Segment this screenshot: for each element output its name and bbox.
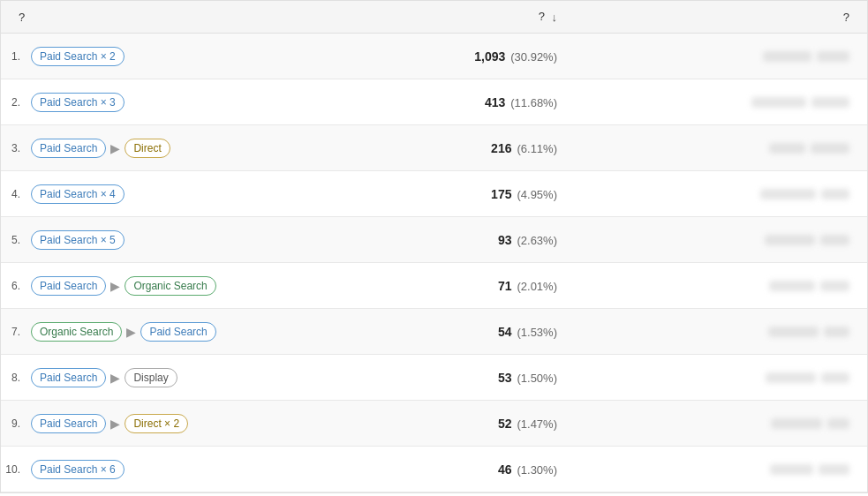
conversion-count: 1,093	[474, 49, 505, 64]
blurred-value-bar	[765, 235, 815, 245]
conversion-percent: (1.53%)	[517, 326, 557, 339]
row-conversions: 54(1.53%)	[328, 325, 584, 339]
header-conversions-col: ? ↓	[328, 10, 584, 24]
row-path: Paid Search▶Direct × 2	[27, 414, 328, 433]
conversion-count: 175	[491, 187, 511, 201]
blurred-value-bar	[769, 281, 815, 291]
row-conversions: 413(11.68%)	[328, 95, 584, 109]
conversion-count: 216	[491, 141, 511, 155]
arrow-separator-icon: ▶	[110, 279, 120, 293]
table-row: 2.Paid Search × 3413(11.68%)	[1, 79, 867, 125]
conversions-help-icon[interactable]: ?	[539, 10, 545, 23]
conversion-count: 46	[498, 462, 512, 477]
channel-tag[interactable]: Display	[125, 368, 177, 387]
row-conversion-value	[584, 97, 867, 108]
conversion-percent: (30.92%)	[510, 50, 557, 64]
row-number: 3.	[1, 142, 27, 154]
channel-tag[interactable]: Paid Search	[31, 368, 106, 387]
table-row: 4.Paid Search × 4175(4.95%)	[1, 171, 867, 217]
conversion-percent: (1.50%)	[517, 372, 557, 385]
blurred-value-bar	[817, 51, 849, 62]
table-row: 1.Paid Search × 21,093(30.92%)	[1, 34, 867, 79]
row-number: 2.	[1, 96, 27, 109]
channel-tag[interactable]: Organic Search	[125, 276, 215, 296]
conversion-percent: (1.47%)	[517, 417, 557, 431]
row-path: Paid Search × 4	[27, 184, 328, 204]
channel-tag[interactable]: Paid Search	[31, 414, 106, 433]
row-path: Paid Search▶Display	[27, 368, 328, 387]
channel-tag[interactable]: Paid Search × 5	[31, 230, 125, 250]
table-row: 9.Paid Search▶Direct × 252(1.47%)	[1, 401, 867, 447]
channel-tag[interactable]: Paid Search × 3	[31, 93, 125, 112]
row-conversions: 93(2.63%)	[328, 233, 584, 247]
row-conversions: 46(1.30%)	[328, 462, 584, 477]
table-row: 10.Paid Search × 646(1.30%)	[1, 447, 867, 492]
channel-tag[interactable]: Paid Search	[31, 139, 106, 158]
blurred-value-bar	[819, 464, 849, 475]
channel-tag[interactable]: Direct	[125, 139, 170, 158]
blurred-value-bar	[820, 281, 849, 291]
row-number: 10.	[1, 463, 27, 476]
header-value-col: ?	[584, 11, 867, 24]
table-row: 7.Organic Search▶Paid Search54(1.53%)	[1, 309, 867, 355]
row-conversion-value	[584, 281, 867, 291]
blurred-value-group	[584, 97, 849, 108]
row-conversions: 175(4.95%)	[328, 187, 584, 201]
row-conversions: 52(1.47%)	[328, 417, 584, 431]
channel-tag[interactable]: Paid Search × 2	[31, 47, 125, 66]
row-path: Paid Search × 2	[27, 47, 328, 66]
conversion-count: 53	[498, 371, 512, 385]
row-conversion-value	[584, 235, 867, 245]
blurred-value-group	[584, 281, 849, 291]
value-help-icon[interactable]: ?	[843, 11, 849, 24]
blurred-value-bar	[770, 464, 813, 475]
blurred-value-bar	[763, 51, 811, 62]
blurred-value-bar	[771, 418, 822, 429]
blurred-value-group	[584, 189, 849, 199]
channel-tag[interactable]: Organic Search	[31, 322, 122, 342]
conversion-count: 54	[498, 325, 512, 339]
channel-tag[interactable]: Paid Search	[140, 322, 215, 342]
row-conversion-value	[584, 51, 867, 62]
blurred-value-group	[584, 51, 849, 62]
blurred-value-group	[584, 372, 849, 383]
blurred-value-bar	[766, 372, 816, 383]
conversion-percent: (6.11%)	[517, 142, 557, 155]
blurred-value-bar	[768, 327, 819, 337]
row-number: 9.	[1, 417, 27, 430]
row-conversion-value	[584, 143, 867, 154]
sort-arrow-icon[interactable]: ↓	[552, 11, 558, 24]
channel-tag[interactable]: Paid Search × 6	[31, 460, 125, 479]
table-row: 5.Paid Search × 593(2.63%)	[1, 217, 867, 263]
blurred-value-bar	[820, 235, 849, 245]
row-conversions: 53(1.50%)	[328, 371, 584, 385]
row-path: Paid Search × 6	[27, 460, 328, 479]
mcf-table: ? ? ↓ ? 1.Paid Search × 21,093(30.92%)2.…	[0, 0, 868, 493]
channel-tag[interactable]: Paid Search × 4	[31, 184, 125, 204]
blurred-value-bar	[811, 97, 849, 108]
blurred-value-bar	[827, 418, 849, 429]
row-path: Paid Search▶Organic Search	[27, 276, 328, 296]
blurred-value-group	[584, 327, 849, 337]
row-conversions: 71(2.01%)	[328, 279, 584, 293]
blurred-value-bar	[760, 189, 816, 199]
blurred-value-bar	[811, 143, 849, 154]
path-help-icon[interactable]: ?	[19, 11, 25, 24]
arrow-separator-icon: ▶	[110, 371, 120, 385]
row-path: Paid Search▶Direct	[27, 139, 328, 158]
blurred-value-bar	[824, 327, 849, 337]
conversion-percent: (4.95%)	[517, 188, 557, 201]
arrow-separator-icon: ▶	[126, 325, 136, 339]
conversion-percent: (2.63%)	[517, 234, 557, 247]
conversion-percent: (1.30%)	[517, 463, 557, 477]
row-number: 6.	[1, 280, 27, 292]
row-path: Paid Search × 5	[27, 230, 328, 250]
table-body: 1.Paid Search × 21,093(30.92%)2.Paid Sea…	[1, 34, 867, 492]
row-number: 7.	[1, 326, 27, 338]
channel-tag[interactable]: Direct × 2	[125, 414, 188, 433]
table-row: 3.Paid Search▶Direct216(6.11%)	[1, 125, 867, 171]
row-conversion-value	[584, 418, 867, 429]
channel-tag[interactable]: Paid Search	[31, 276, 106, 296]
row-conversion-value	[584, 189, 867, 199]
row-number: 8.	[1, 372, 27, 384]
